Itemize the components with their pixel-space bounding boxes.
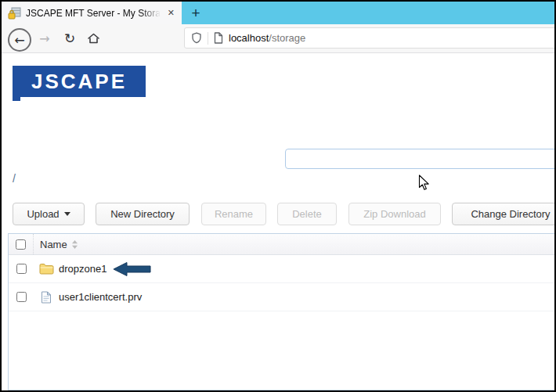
browser-toolbar: ← → ↻ localhost/storage — [2, 24, 554, 53]
file-name[interactable]: dropzone1 — [59, 263, 107, 275]
tab-strip: JSCAPE MFT Server - My Storag ✕ + — [2, 2, 554, 24]
select-all-checkbox[interactable] — [16, 239, 26, 250]
sort-icon — [71, 239, 78, 250]
file-icon — [41, 291, 52, 304]
arrow-annotation-icon — [113, 261, 151, 277]
new-tab-button[interactable]: + — [182, 2, 210, 24]
search-input[interactable] — [285, 149, 556, 169]
icon-cell — [38, 291, 54, 304]
url-path: /storage — [269, 32, 305, 44]
action-toolbar: Upload New Directory Rename Delete Zip D… — [13, 203, 556, 225]
icon-cell — [38, 263, 54, 275]
url-host: localhost — [229, 32, 269, 44]
row-checkbox[interactable] — [16, 264, 27, 274]
file-name[interactable]: user1clientcert.prv — [59, 291, 142, 303]
current-path: / — [13, 172, 16, 185]
page-icon — [214, 32, 223, 44]
logo-text: JSCAPE — [31, 71, 127, 92]
name-column-header[interactable]: Name — [40, 239, 78, 250]
url-text: localhost/storage — [229, 32, 305, 44]
upload-button[interactable]: Upload — [13, 203, 85, 225]
select-all-cell — [9, 234, 34, 254]
name-header-label: Name — [40, 239, 67, 250]
upload-label: Upload — [27, 208, 59, 220]
new-directory-button[interactable]: New Directory — [96, 203, 190, 225]
divider — [208, 32, 208, 45]
row-checkbox-cell — [9, 255, 34, 282]
address-bar[interactable]: localhost/storage — [184, 27, 556, 49]
forward-button[interactable]: → — [34, 28, 55, 49]
caret-down-icon — [64, 212, 70, 216]
mouse-cursor — [418, 174, 430, 191]
browser-tab[interactable]: JSCAPE MFT Server - My Storag ✕ — [2, 2, 182, 24]
shield-icon — [191, 32, 202, 44]
back-button[interactable]: ← — [8, 28, 31, 52]
browser-window: JSCAPE MFT Server - My Storag ✕ + ← → ↻ … — [0, 0, 556, 392]
table-header: Name — [9, 234, 556, 255]
table-row[interactable]: dropzone1 — [9, 255, 556, 283]
home-icon — [87, 32, 100, 45]
table-row[interactable]: user1clientcert.prv — [9, 283, 556, 311]
delete-button[interactable]: Delete — [277, 203, 337, 225]
close-tab-icon[interactable]: ✕ — [165, 6, 177, 20]
file-table: Name dropzone1 — [8, 233, 556, 390]
change-directory-button[interactable]: Change Directory — [452, 203, 556, 225]
folder-icon — [39, 263, 54, 275]
row-checkbox[interactable] — [16, 292, 27, 302]
reload-button[interactable]: ↻ — [60, 28, 80, 49]
rename-button[interactable]: Rename — [201, 203, 266, 225]
jscape-logo: JSCAPE — [13, 66, 146, 97]
row-checkbox-cell — [9, 283, 34, 311]
tab-title: JSCAPE MFT Server - My Storag — [26, 8, 161, 19]
zip-download-button[interactable]: Zip Download — [348, 203, 441, 225]
database-lock-icon — [8, 7, 21, 20]
home-button[interactable] — [83, 28, 103, 49]
